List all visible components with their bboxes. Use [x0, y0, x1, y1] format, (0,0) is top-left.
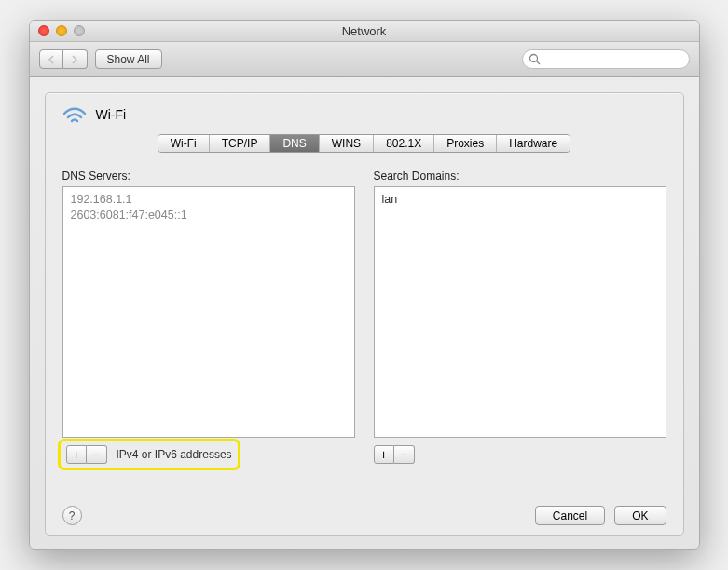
window-title: Network: [342, 24, 387, 38]
close-window-button[interactable]: [38, 25, 49, 36]
ok-button[interactable]: OK: [614, 506, 666, 525]
svg-line-1: [536, 61, 540, 65]
tab-8021x[interactable]: 802.1X: [374, 135, 434, 152]
svg-point-0: [529, 55, 537, 62]
dns-hint-label: IPv4 or IPv6 addresses: [117, 448, 232, 461]
dns-add-button[interactable]: +: [66, 445, 87, 464]
search-domains-label: Search Domains:: [374, 170, 666, 183]
dns-entry[interactable]: 2603:6081:f47:e045::1: [71, 208, 347, 224]
traffic-lights: [38, 25, 85, 36]
show-all-button[interactable]: Show All: [95, 49, 162, 69]
dns-controls-highlight: + − IPv4 or IPv6 addresses: [62, 443, 236, 466]
nav-segment: [39, 49, 88, 69]
tab-wifi[interactable]: Wi-Fi: [158, 135, 210, 152]
show-all-label: Show All: [107, 53, 150, 66]
domain-add-button[interactable]: +: [374, 445, 394, 464]
back-button[interactable]: [39, 49, 63, 69]
content-panel: Wi-Fi Wi-Fi TCP/IP DNS WINS 802.1X Proxi…: [45, 92, 684, 536]
search-domains-column: Search Domains: lan + −: [374, 170, 666, 466]
dns-entry[interactable]: 192.168.1.1: [71, 192, 347, 208]
network-preferences-window: Network Show All Wi-: [29, 20, 700, 550]
cancel-button[interactable]: Cancel: [535, 506, 605, 525]
chevron-left-icon: [48, 55, 55, 64]
search-domains-list[interactable]: lan: [374, 186, 666, 438]
tab-proxies[interactable]: Proxies: [434, 135, 497, 152]
wifi-icon: [62, 104, 87, 125]
footer: ? Cancel OK: [62, 506, 666, 525]
tab-tcpip[interactable]: TCP/IP: [210, 135, 271, 152]
search-icon: [529, 53, 541, 65]
dns-servers-list[interactable]: 192.168.1.1 2603:6081:f47:e045::1: [62, 186, 355, 438]
forward-button[interactable]: [63, 49, 88, 69]
titlebar: Network: [30, 21, 699, 42]
tab-hardware[interactable]: Hardware: [497, 135, 570, 152]
chevron-right-icon: [71, 55, 78, 64]
domain-remove-button[interactable]: −: [394, 445, 415, 464]
dns-remove-button[interactable]: −: [87, 445, 107, 464]
columns: DNS Servers: 192.168.1.1 2603:6081:f47:e…: [62, 170, 666, 466]
help-button[interactable]: ?: [62, 506, 82, 525]
dns-servers-label: DNS Servers:: [62, 170, 355, 183]
toolbar: Show All: [30, 42, 699, 77]
dns-column: DNS Servers: 192.168.1.1 2603:6081:f47:e…: [62, 170, 355, 466]
tab-dns[interactable]: DNS: [270, 135, 319, 152]
search-domain-entry[interactable]: lan: [382, 192, 658, 208]
minimize-window-button[interactable]: [56, 25, 67, 36]
tab-wins[interactable]: WINS: [320, 135, 374, 152]
interface-header: Wi-Fi: [62, 104, 666, 125]
interface-name: Wi-Fi: [96, 107, 127, 122]
search-field[interactable]: [522, 49, 690, 69]
tabs: Wi-Fi TCP/IP DNS WINS 802.1X Proxies Har…: [62, 134, 666, 153]
zoom-window-button[interactable]: [74, 25, 85, 36]
